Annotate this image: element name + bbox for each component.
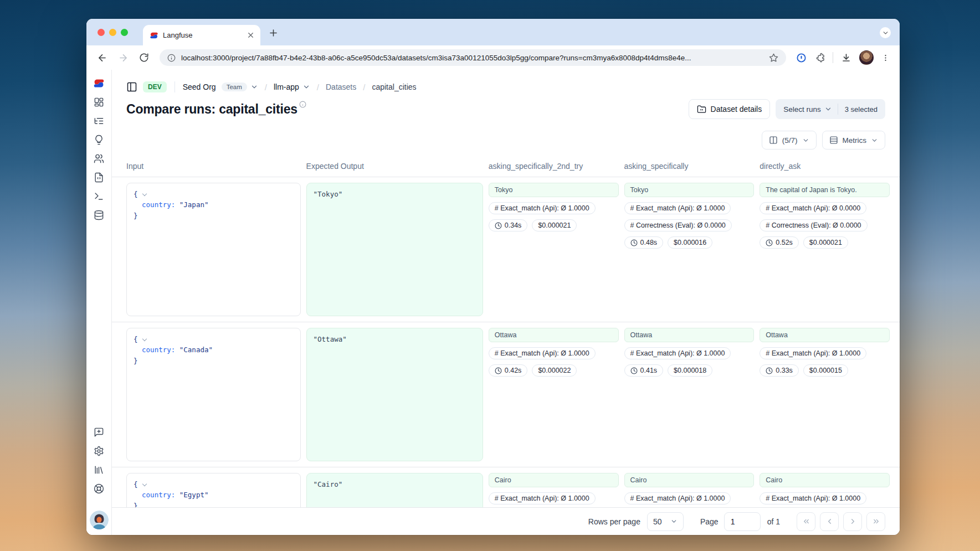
- back-button[interactable]: [93, 49, 111, 66]
- score-badge: # Correctness (Eval): Ø 0.0000: [760, 219, 867, 231]
- dataset-details-label: Dataset details: [711, 105, 762, 114]
- url-bar[interactable]: localhost:3000/project/7a88fb47-b4e2-43b…: [160, 49, 786, 66]
- select-runs-button[interactable]: Select runs 3 selected: [776, 99, 885, 119]
- first-page-button[interactable]: [797, 512, 815, 531]
- bookmark-star-icon[interactable]: [769, 53, 778, 63]
- run-output[interactable]: Tokyo: [624, 183, 755, 197]
- latency-badge: 0.42s: [489, 364, 528, 377]
- sidebar-settings-gear-icon[interactable]: [94, 446, 104, 456]
- sidebar-support-lifebuoy-icon[interactable]: [94, 483, 104, 494]
- run-output[interactable]: Ottawa: [624, 328, 755, 342]
- arrow-left-icon: [97, 53, 107, 63]
- site-info-icon[interactable]: [167, 54, 176, 62]
- expand-json-icon[interactable]: [142, 337, 146, 341]
- user-avatar[interactable]: [90, 511, 109, 529]
- score-badge: # Correctness (Eval): Ø 0.0000: [624, 219, 732, 231]
- sidebar-database-icon[interactable]: [94, 210, 104, 220]
- forward-button[interactable]: [114, 49, 132, 66]
- run-output[interactable]: The capital of Japan is Tokyo.: [760, 183, 890, 197]
- zoom-window-button[interactable]: [121, 29, 128, 36]
- input-cell: { country: "Japan"}: [126, 183, 301, 316]
- langfuse-logo[interactable]: [93, 78, 105, 89]
- column-header-2: asking_specifically_2nd_try: [489, 162, 619, 171]
- previous-page-button[interactable]: [820, 512, 839, 531]
- expected-output: "Tokyo": [306, 183, 483, 316]
- cost-badge: $0.000021: [803, 236, 848, 249]
- page-total: of 1: [767, 517, 780, 526]
- browser-tab[interactable]: Langfuse: [143, 25, 260, 45]
- rows-per-page-value: 50: [653, 517, 662, 526]
- expand-json-icon[interactable]: [142, 192, 146, 196]
- toolbar-divider: [833, 52, 833, 63]
- sidebar-datasets-file-icon[interactable]: [94, 172, 104, 183]
- breadcrumb-separator: /: [264, 83, 268, 92]
- sidebar-playground-terminal-icon[interactable]: [94, 191, 104, 202]
- run-output[interactable]: Ottawa: [760, 328, 890, 342]
- latency-badge: 0.48s: [624, 236, 664, 249]
- sidebar-users-icon[interactable]: [94, 153, 104, 164]
- expand-json-icon[interactable]: [142, 482, 146, 486]
- org-switcher-chevron-icon[interactable]: [250, 83, 258, 91]
- column-visibility-button[interactable]: (5/7): [762, 131, 817, 150]
- minimize-window-button[interactable]: [109, 29, 116, 36]
- run-output[interactable]: Cairo: [489, 473, 619, 487]
- input-json: { country: "Japan"}: [126, 183, 301, 316]
- select-runs-label: Select runs: [776, 105, 824, 114]
- reload-button[interactable]: [135, 49, 153, 66]
- browser-profile-avatar[interactable]: [859, 50, 874, 65]
- env-badge: DEV: [143, 81, 167, 92]
- score-badge: # Exact_match (Api): Ø 0.0000: [760, 202, 866, 214]
- page-title: Compare runs: capital_cities: [126, 102, 297, 117]
- sidebar-prompts-lightbulb-icon[interactable]: [94, 135, 104, 145]
- page-number-input[interactable]: 1: [724, 512, 761, 531]
- chevrons-right-icon: [872, 517, 880, 526]
- breadcrumb-dataset-name[interactable]: capital_cities: [372, 83, 416, 91]
- metrics-button[interactable]: Metrics: [822, 131, 886, 150]
- run-cell: Ottawa# Exact_match (Api): Ø 1.00000.33s…: [760, 328, 890, 461]
- run-cell: Cairo# Exact_match (Api): Ø 1.0000: [624, 473, 755, 507]
- table-row: { country: "Egypt"}"Cairo"Cairo# Exact_m…: [112, 467, 900, 507]
- project-switcher-chevron-icon[interactable]: [302, 83, 310, 91]
- new-tab-button[interactable]: [268, 28, 279, 40]
- sidebar-library-icon[interactable]: [94, 465, 104, 475]
- run-cell: Cairo# Exact_match (Api): Ø 1.0000: [489, 473, 619, 507]
- run-output[interactable]: Cairo: [760, 473, 890, 487]
- metrics-label: Metrics: [843, 136, 867, 145]
- run-output[interactable]: Cairo: [624, 473, 755, 487]
- url-text[interactable]: localhost:3000/project/7a88fb47-b4e2-43b…: [181, 54, 763, 62]
- title-info-icon[interactable]: [299, 101, 306, 108]
- sidebar-dashboard-icon[interactable]: [94, 97, 104, 107]
- run-cell: Tokyo# Exact_match (Api): Ø 1.0000# Corr…: [624, 183, 755, 316]
- sidebar-tracing-icon[interactable]: [94, 116, 104, 126]
- project-name[interactable]: llm-app: [274, 83, 299, 91]
- run-output[interactable]: Ottawa: [489, 328, 619, 342]
- browser-menu-kebab-icon[interactable]: [881, 54, 890, 62]
- app-sidebar: [86, 70, 112, 535]
- dataset-details-button[interactable]: Dataset details: [689, 99, 771, 119]
- tab-search-button[interactable]: [880, 27, 891, 38]
- table-controls: (5/7) Metrics: [112, 121, 900, 155]
- rows-per-page-select[interactable]: 50: [647, 512, 684, 531]
- close-tab-icon[interactable]: [247, 31, 255, 39]
- column-header-1: Expected Output: [306, 162, 483, 171]
- run-output[interactable]: Tokyo: [489, 183, 619, 197]
- extensions-puzzle-icon[interactable]: [814, 53, 825, 63]
- chevron-down-icon: [670, 518, 678, 525]
- clock-icon: [495, 367, 502, 374]
- input-cell: { country: "Canada"}: [126, 328, 301, 461]
- org-name[interactable]: Seed Org: [183, 83, 216, 91]
- clock-icon: [495, 222, 502, 229]
- downloads-icon[interactable]: [841, 53, 851, 63]
- last-page-button[interactable]: [866, 512, 885, 531]
- score-badge: # Exact_match (Api): Ø 1.0000: [624, 492, 731, 504]
- sidebar-feedback-icon[interactable]: [94, 427, 104, 437]
- divider: [175, 81, 175, 92]
- breadcrumb-datasets-link[interactable]: Datasets: [326, 83, 356, 91]
- next-page-button[interactable]: [843, 512, 862, 531]
- run-cell: Cairo# Exact_match (Api): Ø 1.0000: [760, 473, 890, 507]
- password-manager-extension-icon[interactable]: [796, 53, 807, 63]
- page-number-value: 1: [731, 517, 735, 526]
- sidebar-toggle-button[interactable]: [126, 81, 137, 92]
- table-row: { country: "Canada"}"Ottawa"Ottawa# Exac…: [112, 322, 900, 467]
- close-window-button[interactable]: [98, 29, 105, 36]
